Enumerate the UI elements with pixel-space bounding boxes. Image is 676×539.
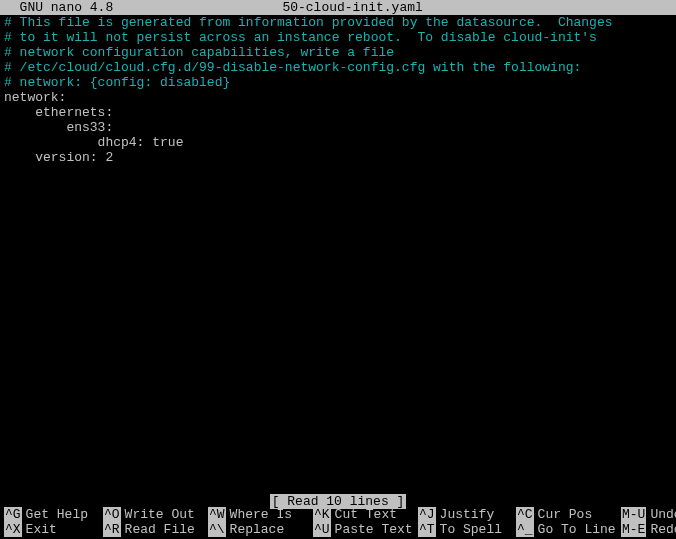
shortcut-row-1: ^GGet Help^OWrite Out^WWhere Is^KCut Tex… <box>4 507 672 522</box>
editor-line: version: 2 <box>4 150 672 165</box>
editor-line: dhcp4: true <box>4 135 672 150</box>
shortcut-item[interactable]: M-ERedo <box>621 522 676 537</box>
shortcut-item[interactable]: ^XExit <box>4 522 103 537</box>
shortcut-desc: Cur Pos <box>534 507 599 522</box>
shortcut-key: ^K <box>313 507 331 522</box>
editor-line: # to it will not persist across an insta… <box>4 30 672 45</box>
shortcut-desc: Read File <box>121 522 201 537</box>
shortcut-item[interactable]: ^CCur Pos <box>516 507 621 522</box>
title-bar: GNU nano 4.8 50-cloud-init.yaml <box>0 0 676 15</box>
shortcut-key: ^R <box>103 522 121 537</box>
shortcut-desc: Undo <box>646 507 676 522</box>
shortcut-item[interactable]: ^\Replace <box>208 522 313 537</box>
shortcut-item[interactable]: M-UUndo <box>621 507 676 522</box>
shortcut-key: ^G <box>4 507 22 522</box>
shortcut-desc: Cut Text <box>331 507 403 522</box>
shortcut-item[interactable]: ^KCut Text <box>313 507 418 522</box>
shortcut-key: ^W <box>208 507 226 522</box>
shortcut-desc: Redo <box>646 522 676 537</box>
shortcut-row-2: ^XExit^RRead File^\Replace^UPaste Text^T… <box>4 522 672 537</box>
editor-line: # network: {config: disabled} <box>4 75 672 90</box>
shortcut-key: M-U <box>621 507 646 522</box>
shortcut-desc: Get Help <box>22 507 94 522</box>
editor-line: ethernets: <box>4 105 672 120</box>
shortcut-key: ^\ <box>208 522 226 537</box>
shortcut-key: ^X <box>4 522 22 537</box>
shortcut-key: ^C <box>516 507 534 522</box>
shortcut-bar: ^GGet Help^OWrite Out^WWhere Is^KCut Tex… <box>0 507 676 539</box>
shortcut-item[interactable]: ^UPaste Text <box>313 522 418 537</box>
shortcut-key: ^O <box>103 507 121 522</box>
editor-line: # network configuration capabilities, wr… <box>4 45 672 60</box>
editor-area[interactable]: # This file is generated from informatio… <box>0 15 676 165</box>
file-name: 50-cloud-init.yaml <box>113 0 592 15</box>
shortcut-desc: Exit <box>22 522 63 537</box>
shortcut-desc: Where Is <box>226 507 298 522</box>
shortcut-key: M-E <box>621 522 646 537</box>
shortcut-item[interactable]: ^WWhere Is <box>208 507 313 522</box>
shortcut-key: ^T <box>418 522 436 537</box>
shortcut-desc: To Spell <box>436 522 508 537</box>
shortcut-item[interactable]: ^JJustify <box>418 507 516 522</box>
shortcut-item[interactable]: ^RRead File <box>103 522 208 537</box>
shortcut-key: ^U <box>313 522 331 537</box>
shortcut-key: ^_ <box>516 522 534 537</box>
shortcut-item[interactable]: ^_Go To Line <box>516 522 621 537</box>
editor-line: ens33: <box>4 120 672 135</box>
shortcut-item[interactable]: ^GGet Help <box>4 507 103 522</box>
shortcut-desc: Justify <box>436 507 501 522</box>
shortcut-item[interactable]: ^OWrite Out <box>103 507 208 522</box>
editor-line: # /etc/cloud/cloud.cfg.d/99-disable-netw… <box>4 60 672 75</box>
shortcut-desc: Paste Text <box>331 522 419 537</box>
shortcut-desc: Replace <box>226 522 291 537</box>
shortcut-key: ^J <box>418 507 436 522</box>
shortcut-item[interactable]: ^TTo Spell <box>418 522 516 537</box>
editor-line: network: <box>4 90 672 105</box>
shortcut-desc: Go To Line <box>534 522 622 537</box>
editor-line: # This file is generated from informatio… <box>4 15 672 30</box>
shortcut-desc: Write Out <box>121 507 201 522</box>
app-name: GNU nano 4.8 <box>4 0 113 15</box>
